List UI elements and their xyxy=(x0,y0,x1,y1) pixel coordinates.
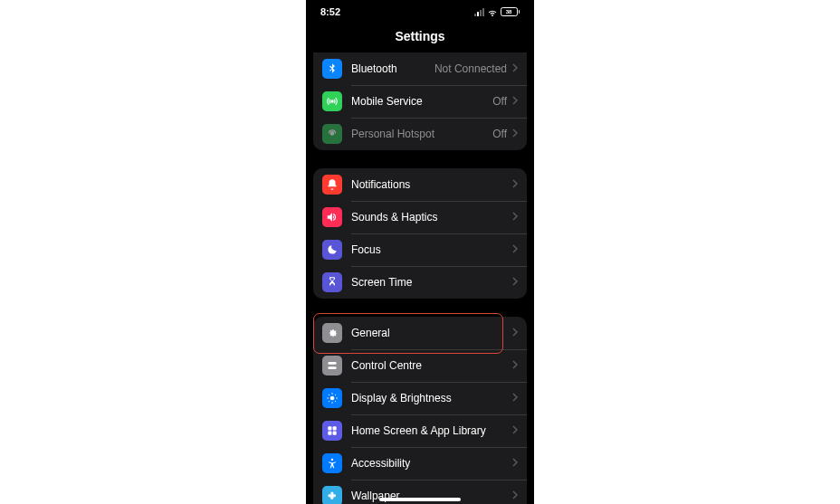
chevron-right-icon xyxy=(512,62,518,75)
svg-rect-5 xyxy=(328,432,331,435)
gear-icon xyxy=(322,323,342,343)
sun-icon xyxy=(322,388,342,408)
chevron-right-icon xyxy=(512,359,518,372)
chevron-right-icon xyxy=(512,243,518,256)
hourglass-icon xyxy=(322,272,342,292)
svg-rect-1 xyxy=(328,366,336,369)
row-display-brightness[interactable]: Display & Brightness xyxy=(313,382,527,414)
flower-icon xyxy=(322,486,342,504)
row-label: Notifications xyxy=(351,178,512,191)
antenna-icon xyxy=(322,91,342,111)
row-screen-time[interactable]: Screen Time xyxy=(313,266,527,299)
status-right: 38 xyxy=(474,7,520,16)
moon-icon xyxy=(322,240,342,260)
row-label: Control Centre xyxy=(351,359,512,372)
row-general[interactable]: General xyxy=(313,317,527,349)
wifi-icon xyxy=(487,8,498,16)
row-label: Sounds & Haptics xyxy=(351,211,512,223)
settings-group-general: General Control Centre Display & Brightn… xyxy=(313,317,527,504)
accessibility-icon xyxy=(322,453,342,473)
row-bluetooth[interactable]: Bluetooth Not Connected xyxy=(313,52,527,85)
bell-icon xyxy=(322,175,342,195)
chevron-right-icon xyxy=(512,327,518,339)
hotspot-icon xyxy=(322,124,342,144)
svg-rect-6 xyxy=(333,432,337,435)
chevron-right-icon xyxy=(512,128,518,140)
row-home-screen[interactable]: Home Screen & App Library xyxy=(313,414,527,447)
battery-text: 38 xyxy=(506,9,512,14)
row-label: Bluetooth xyxy=(351,62,434,75)
grid-icon xyxy=(322,421,342,441)
row-personal-hotspot[interactable]: Personal Hotspot Off xyxy=(313,118,527,150)
row-label: Screen Time xyxy=(351,276,512,289)
status-time: 8:52 xyxy=(320,6,340,17)
svg-rect-0 xyxy=(328,362,336,365)
row-detail: Off xyxy=(492,95,507,108)
toggles-icon xyxy=(322,356,342,376)
row-label: Personal Hotspot xyxy=(351,128,492,140)
row-detail: Not Connected xyxy=(434,62,507,75)
row-label: Accessibility xyxy=(351,457,512,470)
row-label: Focus xyxy=(351,243,512,256)
row-focus[interactable]: Focus xyxy=(313,233,527,266)
settings-group-notifications: Notifications Sounds & Haptics Focus xyxy=(313,168,527,299)
row-accessibility[interactable]: Accessibility xyxy=(313,447,527,480)
row-sounds-haptics[interactable]: Sounds & Haptics xyxy=(313,201,527,233)
home-indicator[interactable] xyxy=(379,498,461,501)
chevron-right-icon xyxy=(512,95,518,108)
chevron-right-icon xyxy=(512,392,518,404)
row-control-centre[interactable]: Control Centre xyxy=(313,349,527,382)
row-label: Mobile Service xyxy=(351,95,492,108)
settings-group-connectivity: Bluetooth Not Connected Mobile Service O… xyxy=(313,52,527,150)
status-icons: 38 xyxy=(474,7,520,16)
chevron-right-icon xyxy=(512,178,518,191)
bluetooth-icon xyxy=(322,59,342,79)
svg-point-2 xyxy=(330,396,335,401)
row-label: Display & Brightness xyxy=(351,392,512,404)
chevron-right-icon xyxy=(512,211,518,223)
status-bar: 8:52 38 xyxy=(306,0,534,24)
settings-content: Bluetooth Not Connected Mobile Service O… xyxy=(306,52,534,504)
row-detail: Off xyxy=(492,128,507,140)
row-mobile-service[interactable]: Mobile Service Off xyxy=(313,85,527,118)
signal-icon xyxy=(474,8,484,16)
battery-icon: 38 xyxy=(501,7,520,16)
svg-point-7 xyxy=(331,459,333,461)
svg-rect-4 xyxy=(333,426,337,430)
chevron-right-icon xyxy=(512,424,518,437)
speaker-icon xyxy=(322,207,342,227)
phone-screen: 8:52 38 Settings xyxy=(306,0,534,504)
chevron-right-icon xyxy=(512,276,518,289)
chevron-right-icon xyxy=(512,490,518,502)
row-notifications[interactable]: Notifications xyxy=(313,168,527,201)
row-label: General xyxy=(351,327,512,339)
chevron-right-icon xyxy=(512,457,518,470)
svg-rect-3 xyxy=(328,426,331,430)
page-title: Settings xyxy=(306,24,534,52)
row-label: Home Screen & App Library xyxy=(351,424,512,437)
